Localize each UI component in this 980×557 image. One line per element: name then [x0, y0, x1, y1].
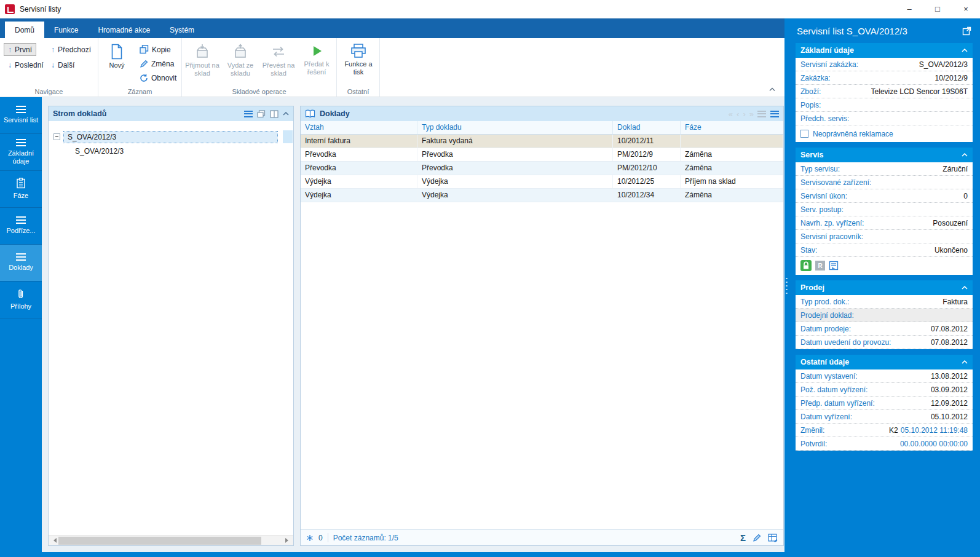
sidebar-item-servisni-list[interactable]: Servisní list: [0, 97, 42, 134]
minimize-button[interactable]: –: [895, 0, 923, 18]
table-row[interactable]: Výdejka Výdejka 10/2012/25 Příjem na skl…: [301, 175, 783, 189]
field-datum-uvedeni-do-provozu[interactable]: Datum uvedení do provozu: 07.08.2012: [796, 336, 973, 349]
section-header[interactable]: Základní údaje: [796, 43, 973, 58]
sidebar-item-prilohy[interactable]: Přílohy: [0, 282, 42, 318]
collapse-panel-icon[interactable]: [283, 112, 289, 116]
column-header-faze[interactable]: Fáze: [681, 121, 783, 134]
app-logo-icon: [5, 4, 15, 14]
field-servisni-ukon[interactable]: Servisní úkon: 0: [796, 189, 973, 203]
field-poz-datum-vyrizeni[interactable]: Pož. datum vyřízení: 03.09.2012: [796, 383, 973, 397]
field-popis[interactable]: Popis:: [796, 98, 973, 112]
section-header[interactable]: Ostatní údaje: [796, 355, 973, 369]
field-navrh-zp-vyrizeni[interactable]: Navrh. zp. vyřízení: Posouzení: [796, 216, 973, 230]
first-button[interactable]: ↑ První: [4, 43, 36, 56]
lock-icon[interactable]: [800, 260, 812, 271]
field-label: Servisní pracovník:: [800, 232, 863, 241]
table-row[interactable]: Interní faktura Faktura vydaná 10/2012/1…: [301, 135, 783, 148]
field-servisni-pracovnik[interactable]: Servisní pracovník:: [796, 230, 973, 243]
last-button[interactable]: ↓ Poslední: [4, 58, 48, 71]
scroll-right-button[interactable]: [283, 535, 293, 545]
ribbon-collapse-button[interactable]: [769, 85, 776, 93]
group-label-skladove-operace: Skladové operace: [182, 88, 336, 95]
functions-print-button[interactable]: Funkce a tisk: [341, 40, 376, 92]
maximize-button[interactable]: □: [923, 0, 952, 18]
field-datum-vystaveni[interactable]: Datum vystavení: 13.08.2012: [796, 369, 973, 383]
edit-pencil-icon[interactable]: [753, 534, 761, 542]
sidebar-item-zakladni-udaje[interactable]: Základní údaje: [0, 134, 42, 171]
table-settings-icon[interactable]: [768, 534, 778, 542]
tree-node-child[interactable]: S_OVA/2012/3: [49, 144, 293, 158]
open-in-window-icon[interactable]: [962, 26, 971, 36]
field-typ-prod-dok[interactable]: Typ prod. dok.: Faktura: [796, 295, 973, 309]
change-button[interactable]: Změna: [135, 57, 178, 70]
field-value: Záruční: [942, 165, 968, 173]
horizontal-scrollbar[interactable]: [49, 535, 293, 545]
column-header-vztah[interactable]: Vztah: [301, 121, 417, 134]
transfer-to-stock-button[interactable]: Převést na sklad: [261, 40, 296, 92]
column-header-doklad[interactable]: Doklad: [613, 121, 681, 134]
tab-funkce[interactable]: Funkce: [44, 22, 88, 38]
clipboard-icon: [16, 178, 26, 189]
close-button[interactable]: ×: [952, 0, 980, 18]
last-page-icon[interactable]: »: [749, 109, 754, 119]
checkbox-icon[interactable]: [800, 130, 808, 138]
menu-icon[interactable]: [244, 111, 253, 117]
checkbox-neopravnena-reklamace[interactable]: Neoprávněná reklamace: [796, 125, 973, 142]
section-header[interactable]: Servis: [796, 148, 973, 162]
field-prodejni-doklad[interactable]: Prodejní doklad:: [796, 309, 973, 322]
field-typ-servisu[interactable]: Typ servisu: Záruční: [796, 162, 973, 176]
field-predp-datum-vyrizeni[interactable]: Předp. datum vyřízení: 12.09.2012: [796, 397, 973, 410]
field-potvrdil[interactable]: Potvrdil: 00.00.0000 00:00:00: [796, 437, 973, 451]
next-page-icon[interactable]: ›: [743, 109, 745, 119]
cascade-windows-icon[interactable]: [257, 110, 266, 118]
field-label: Předch. servis:: [800, 114, 849, 123]
issue-from-stock-button[interactable]: Vydat ze skladu: [223, 40, 258, 92]
menu-icon[interactable]: [770, 111, 779, 117]
copy-label: Kopie: [152, 45, 171, 54]
previous-page-icon[interactable]: ‹: [737, 109, 739, 119]
receive-to-stock-button[interactable]: Přijmout na sklad: [184, 40, 220, 92]
tree-node-root[interactable]: S_OVA/2012/3: [49, 130, 293, 144]
sidebar-item-podrizene[interactable]: Podříze...: [0, 208, 42, 245]
tile-windows-icon[interactable]: [270, 110, 279, 118]
new-button[interactable]: Nový: [102, 40, 132, 92]
field-serv-postup[interactable]: Serv. postup:: [796, 203, 973, 216]
divider: [328, 533, 328, 542]
field-zakazka[interactable]: Zakázka: 10/2012/9: [796, 71, 973, 85]
table-row[interactable]: Převodka Převodka PM/2012/9 Záměna: [301, 148, 783, 162]
field-servisovane-zarizeni[interactable]: Servisované zařízení:: [796, 176, 973, 189]
handover-button[interactable]: Předat k řešení: [299, 40, 334, 92]
table-row[interactable]: Výdejka Výdejka 10/2012/34 Záměna: [301, 189, 783, 202]
handover-label: Předat k řešení: [299, 60, 334, 76]
scrollbar-thumb[interactable]: [58, 537, 261, 545]
sum-icon[interactable]: Σ: [740, 532, 746, 543]
field-datum-vyrizeni[interactable]: Datum vyřízení: 05.10.2012: [796, 410, 973, 424]
scroll-left-button[interactable]: [49, 535, 58, 545]
disabled-menu-icon[interactable]: [757, 111, 766, 117]
report-document-icon[interactable]: [829, 261, 839, 271]
next-button[interactable]: ↓ Další: [47, 58, 79, 71]
panel-splitter[interactable]: [784, 18, 789, 557]
tab-domu[interactable]: Domů: [5, 22, 44, 38]
field-datum-prodeje[interactable]: Datum prodeje: 07.08.2012: [796, 322, 973, 336]
field-predch-servis[interactable]: Předch. servis:: [796, 112, 973, 125]
previous-button[interactable]: ↑ Předchozí: [47, 43, 95, 56]
sidebar-item-faze[interactable]: Fáze: [0, 171, 42, 208]
tab-system[interactable]: Systém: [160, 22, 204, 38]
section-header[interactable]: Prodej: [796, 280, 973, 295]
issue-from-stock-label: Vydat ze skladu: [223, 61, 258, 77]
field-zbozi[interactable]: Zboží: Televize LCD Sencor 19S06T: [796, 85, 973, 98]
copy-button[interactable]: Kopie: [135, 43, 175, 56]
refresh-button[interactable]: Obnovit: [135, 71, 181, 84]
sidebar-item-doklady[interactable]: Doklady: [0, 245, 42, 282]
field-value: 12.09.2012: [931, 399, 968, 408]
field-stav[interactable]: Stav: Ukončeno: [796, 243, 973, 257]
field-servisni-zakazka[interactable]: Servisní zakázka: S_OVA/2012/3: [796, 58, 973, 71]
collapse-expander-icon[interactable]: [53, 133, 60, 140]
r-badge-icon[interactable]: R: [815, 261, 825, 271]
field-zmenil[interactable]: Změnil: K2 05.10.2012 11:19:48: [796, 424, 973, 437]
first-page-icon[interactable]: «: [729, 109, 733, 119]
column-header-typ-dokladu[interactable]: Typ dokladu: [417, 121, 613, 134]
tab-hromadne-akce[interactable]: Hromadné akce: [88, 22, 160, 38]
table-row[interactable]: Převodka Převodka PM/2012/10 Záměna: [301, 162, 783, 175]
